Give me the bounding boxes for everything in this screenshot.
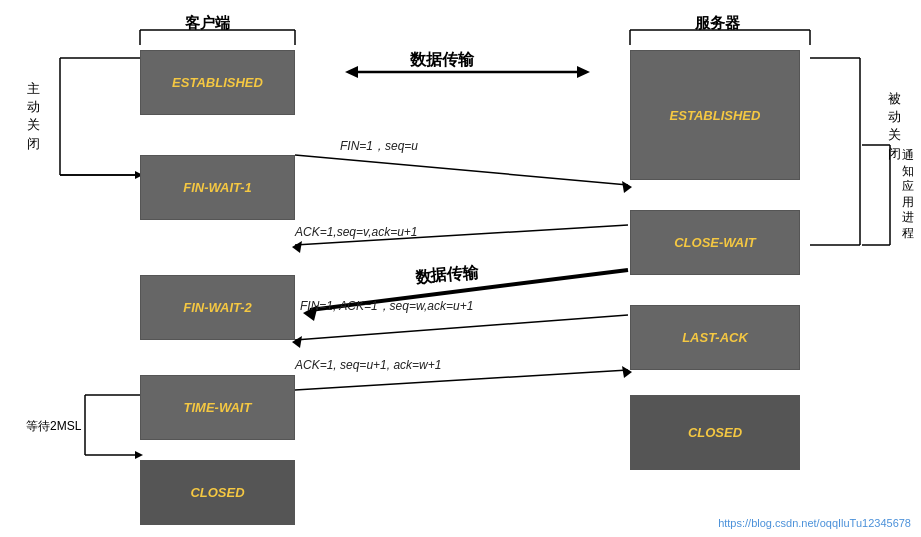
state-established-server: ESTABLISHED	[630, 50, 800, 180]
state-closed-server: CLOSED	[630, 395, 800, 470]
arrow-label-fin1: FIN=1，seq=u	[340, 138, 418, 155]
state-fin-wait-1: FIN-WAIT-1	[140, 155, 295, 220]
watermark: https://blog.csdn.net/oqqIluTu12345678	[718, 517, 911, 529]
wait-2msl-label: 等待2MSL	[26, 418, 81, 435]
svg-marker-19	[577, 66, 590, 78]
svg-line-28	[295, 370, 628, 390]
arrow-label-ack2: ACK=1, seq=u+1, ack=w+1	[295, 358, 441, 372]
state-closed-client: CLOSED	[140, 460, 295, 525]
state-fin-wait-2: FIN-WAIT-2	[140, 275, 295, 340]
arrow-label-fin2: FIN=1, ACK=1，seq=w,ack=u+1	[300, 298, 473, 315]
active-close-label: 主动关闭	[18, 80, 48, 153]
client-label: 客户端	[185, 14, 230, 33]
svg-marker-21	[622, 181, 632, 193]
svg-line-20	[295, 155, 628, 185]
data-transfer-top-label: 数据传输	[410, 50, 474, 71]
notify-app-label: 通知应用进程	[898, 148, 918, 242]
svg-marker-18	[345, 66, 358, 78]
svg-marker-33	[135, 451, 143, 459]
diagram-canvas: 客户端 服务器 主动关闭 被动关闭 通知应用进程 数据传输 等待2MSL EST…	[0, 0, 921, 537]
state-close-wait: CLOSE-WAIT	[630, 210, 800, 275]
arrow-label-ack1: ACK=1,seq=v,ack=u+1	[295, 225, 418, 239]
server-label: 服务器	[695, 14, 740, 33]
state-established-client: ESTABLISHED	[140, 50, 295, 115]
data-transfer-arrow-label: 数据传输	[414, 262, 480, 288]
svg-marker-23	[292, 241, 302, 253]
state-last-ack: LAST-ACK	[630, 305, 800, 370]
svg-line-26	[295, 315, 628, 340]
state-time-wait: TIME-WAIT	[140, 375, 295, 440]
